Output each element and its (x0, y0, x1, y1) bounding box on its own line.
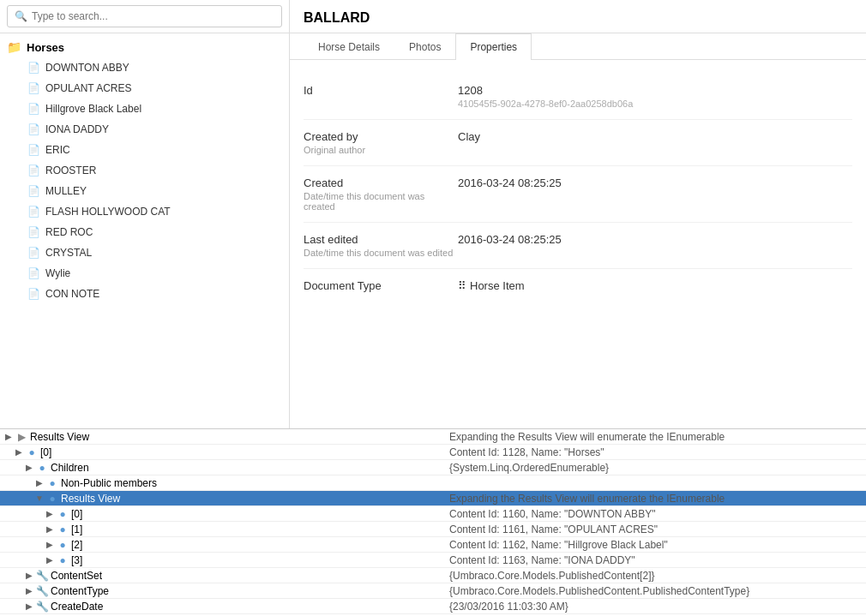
expand-btn[interactable]: ▶ (14, 447, 24, 458)
prop-label-created: Created (304, 176, 458, 189)
prop-row-created: Created Date/time this document was crea… (304, 166, 852, 223)
doc-icon: 📄 (27, 247, 40, 259)
debug-row[interactable]: ▶ ● Non-Public members (0, 475, 866, 491)
prop-sub-id: 410545f5-902a-4278-8ef0-2aa0258db06a (458, 99, 633, 109)
tree-container: 📁 Horses 📄DOWNTON ABBY📄OPULANT ACRES📄Hil… (0, 33, 289, 428)
tree-item[interactable]: 📄DOWNTON ABBY (21, 57, 289, 78)
sidebar: 🔍 📁 Horses 📄DOWNTON ABBY📄OPULANT ACRES📄H… (0, 0, 290, 428)
debug-label: [0] (40, 446, 51, 458)
doc-icon: 📄 (27, 103, 40, 115)
expand-btn[interactable]: ▼ (34, 493, 45, 504)
tree-root: 📁 Horses 📄DOWNTON ABBY📄OPULANT ACRES📄Hil… (0, 33, 289, 308)
wrench-icon: 🔧 (36, 570, 48, 582)
circle-icon: ● (36, 462, 48, 474)
prop-value-id: 1208 (458, 84, 633, 97)
search-icon: 🔍 (15, 10, 27, 22)
debug-label: Non-Public members (61, 477, 157, 489)
prop-label-created-by: Created by (304, 130, 458, 143)
prop-value-created: 2016-03-24 08:25:25 (458, 176, 562, 189)
wrench-icon: 🔧 (36, 601, 48, 613)
expand-btn[interactable]: ▶ (34, 478, 45, 488)
debug-row[interactable]: ▶ ● Children {System.Linq.OrderedEnumera… (0, 460, 866, 475)
debug-label: [1] (71, 523, 82, 535)
prop-label-last-edited: Last edited (304, 233, 458, 246)
root-label: Horses (27, 41, 64, 54)
tree-item[interactable]: 📄Wylie (21, 263, 289, 284)
tree-item[interactable]: 📄IONA DADDY (21, 119, 289, 140)
expand-btn[interactable]: ▶ (24, 463, 34, 473)
tree-children: 📄DOWNTON ABBY📄OPULANT ACRES📄Hillgrove Bl… (0, 57, 289, 304)
prop-sublabel-last-edited: Date/time this document was edited (304, 248, 458, 258)
circle-icon: ● (57, 539, 69, 551)
expand-btn[interactable]: ▶ (3, 432, 14, 442)
debug-row[interactable]: ▶ 🔧 ContentSet {Umbraco.Core.Models.Publ… (0, 568, 866, 583)
doc-type-icon: ⠿ (458, 279, 466, 292)
debug-value: Content Id: 1162, Name: "Hillgrove Black… (446, 538, 866, 552)
tree-item[interactable]: 📄CON NOTE (21, 284, 289, 304)
doc-icon: 📄 (27, 267, 40, 279)
debug-table: ▶ ▶ Results View Expanding the Results V… (0, 429, 866, 616)
debug-row[interactable]: ▶ ● [0] Content Id: 1160, Name: "DOWNTON… (0, 506, 866, 522)
debug-label: Results View (30, 431, 89, 443)
expand-btn[interactable]: ▶ (45, 540, 55, 550)
tree-item[interactable]: 📄Hillgrove Black Label (21, 99, 289, 119)
tab-properties[interactable]: Properties (455, 33, 532, 60)
debug-row[interactable]: ▶ ▶ Results View Expanding the Results V… (0, 429, 866, 445)
content-title: BALLARD (290, 0, 866, 33)
debug-row[interactable]: ▶ ● [2] Content Id: 1162, Name: "Hillgro… (0, 537, 866, 553)
debug-label: Results View (61, 493, 120, 505)
tree-item[interactable]: 📄CRYSTAL (21, 242, 289, 263)
prop-label-doc-type: Document Type (304, 279, 458, 292)
debug-value: {Umbraco.Core.Models.PublishedContent[2]… (446, 569, 866, 583)
debug-row[interactable]: ▼ ● Results View Expanding the Results V… (0, 491, 866, 506)
debug-label: ContentType (51, 585, 109, 597)
doc-icon: 📄 (27, 206, 40, 218)
wrench-icon: 🔧 (36, 585, 48, 597)
expand-btn[interactable]: ▶ (24, 571, 34, 581)
tree-item[interactable]: 📄FLASH HOLLYWOOD CAT (21, 201, 289, 222)
expand-btn[interactable]: ▶ (24, 586, 34, 596)
expand-btn[interactable]: ▶ (45, 524, 55, 535)
debug-row[interactable]: ▶ ● [1] Content Id: 1161, Name: "OPULANT… (0, 522, 866, 537)
debug-row[interactable]: ▶ ● [0] Content Id: 1128, Name: "Horses" (0, 445, 866, 460)
expand-btn[interactable]: ▶ (24, 601, 34, 612)
prop-label-id: Id (304, 84, 458, 97)
debug-value: Content Id: 1163, Name: "IONA DADDY" (446, 553, 866, 567)
prop-value-created-by: Clay (458, 130, 480, 143)
tree-item[interactable]: 📄ROOSTER (21, 160, 289, 181)
debug-value: {Umbraco.Core.Models.PublishedContent.Pu… (446, 584, 866, 598)
debug-value: {23/03/2016 11:03:30 AM} (446, 600, 866, 613)
horses-root-item[interactable]: 📁 Horses (0, 37, 289, 57)
doc-icon: 📄 (27, 62, 40, 74)
prop-sublabel-created: Date/time this document was created (304, 191, 458, 212)
tab-photos[interactable]: Photos (394, 33, 455, 60)
debug-row[interactable]: ▶ 🔧 ContentType {Umbraco.Core.Models.Pub… (0, 583, 866, 599)
folder-icon: 📁 (7, 40, 21, 54)
top-section: 🔍 📁 Horses 📄DOWNTON ABBY📄OPULANT ACRES📄H… (0, 0, 866, 428)
debug-label: [2] (71, 539, 82, 551)
circle-icon: ● (26, 446, 38, 458)
tree-item[interactable]: 📄RED ROC (21, 222, 289, 242)
tab-horse-details[interactable]: Horse Details (304, 33, 394, 60)
doc-icon: 📄 (27, 288, 40, 300)
doc-icon: 📄 (27, 185, 40, 197)
arrow-icon: ▶ (15, 431, 27, 443)
main-content: BALLARD Horse DetailsPhotosProperties Id… (290, 0, 866, 428)
prop-value-last-edited: 2016-03-24 08:25:25 (458, 233, 562, 246)
search-input[interactable] (32, 10, 274, 22)
tree-item[interactable]: 📄OPULANT ACRES (21, 78, 289, 99)
tree-item[interactable]: 📄MULLEY (21, 181, 289, 201)
debug-row[interactable]: ▶ ● [3] Content Id: 1163, Name: "IONA DA… (0, 553, 866, 568)
debug-value: Expanding the Results View will enumerat… (446, 430, 866, 444)
app-container: 🔍 📁 Horses 📄DOWNTON ABBY📄OPULANT ACRES📄H… (0, 0, 866, 616)
doc-icon: 📄 (27, 144, 40, 156)
doc-icon: 📄 (27, 123, 40, 135)
expand-btn[interactable]: ▶ (45, 555, 55, 565)
debug-row[interactable]: ▶ 🔧 CreateDate {23/03/2016 11:03:30 AM} (0, 599, 866, 614)
tree-item[interactable]: 📄ERIC (21, 140, 289, 160)
bottom-debugger: ▶ ▶ Results View Expanding the Results V… (0, 428, 866, 616)
search-input-wrapper[interactable]: 🔍 (7, 5, 282, 27)
tabs: Horse DetailsPhotosProperties (290, 33, 866, 60)
circle-icon: ● (57, 554, 69, 566)
expand-btn[interactable]: ▶ (45, 509, 55, 519)
